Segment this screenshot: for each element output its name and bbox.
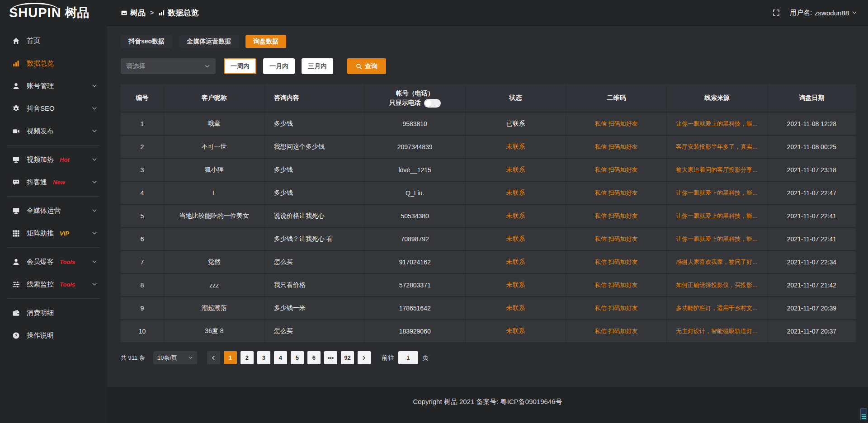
- floating-widget[interactable]: [860, 408, 867, 420]
- range-one-month-button[interactable]: 一月内: [263, 58, 295, 74]
- col-header-date: 询盘日期: [768, 84, 856, 112]
- sidebar-item-label: 矩阵助推: [27, 229, 54, 238]
- next-page-button[interactable]: [358, 351, 371, 364]
- sidebar-item-douketong[interactable]: 抖客通 New: [0, 171, 107, 193]
- prev-page-button[interactable]: [207, 351, 220, 364]
- cell-content: 说说价格让我死心: [265, 205, 365, 227]
- page-jump: 前往 页: [382, 351, 429, 364]
- chevron-down-icon: [92, 83, 97, 89]
- col-header-status: 状态: [466, 84, 566, 112]
- page-unit-label: 页: [422, 354, 429, 362]
- filter-select[interactable]: 请选择: [121, 58, 216, 74]
- page-button-3[interactable]: 3: [257, 351, 270, 364]
- sidebar-item-clue-monitoring[interactable]: 线索监控 Tools: [0, 273, 107, 296]
- cell-source-link[interactable]: 让你一眼就爱上的黑科技，能...: [667, 182, 768, 204]
- cell-source-link[interactable]: 让你一眼就爱上的黑科技，能...: [667, 228, 768, 250]
- cell-no: 4: [121, 182, 164, 204]
- cell-qr-link[interactable]: 私信 扫码加好友: [566, 228, 667, 250]
- range-one-week-button[interactable]: 一周内: [224, 58, 256, 74]
- cell-source-link[interactable]: 无主灯设计，智能磁吸轨道灯...: [667, 320, 768, 342]
- cell-qr-link[interactable]: 私信 扫码加好友: [566, 320, 667, 342]
- breadcrumb-home[interactable]: 树品: [121, 8, 146, 18]
- sidebar-item-douyin-seo[interactable]: 抖音SEO: [0, 97, 107, 120]
- cell-no: 5: [121, 205, 164, 227]
- sidebar-item-matrix-boost[interactable]: 矩阵助推 VIP: [0, 222, 107, 244]
- cell-status: 未联系: [466, 228, 566, 250]
- cell-content: 多少钱: [265, 113, 365, 135]
- cell-source-link[interactable]: 让你一眼就爱上的黑科技，能...: [667, 113, 768, 135]
- page-button-4[interactable]: 4: [274, 351, 287, 364]
- video-camera-icon: [12, 127, 20, 135]
- cell-account: 917024162: [365, 251, 466, 273]
- cell-account: 50534380: [365, 205, 466, 227]
- cell-nickname: 潮起潮落: [164, 297, 265, 319]
- tab-omnimedia-data[interactable]: 全媒体运营数据: [179, 35, 239, 48]
- username-label: 用户名:: [790, 9, 812, 17]
- sidebar-item-data-overview[interactable]: 数据总览: [0, 52, 107, 75]
- phone-only-toggle[interactable]: [424, 99, 441, 108]
- sidebar-item-account-management[interactable]: 账号管理: [0, 75, 107, 97]
- more-pages-button[interactable]: •••: [324, 351, 337, 364]
- tv-icon: [12, 156, 20, 164]
- page-button-92[interactable]: 92: [341, 351, 354, 364]
- sidebar-item-label: 抖客通: [27, 178, 47, 187]
- cell-qr-link[interactable]: 私信 扫码加好友: [566, 251, 667, 273]
- cell-no: 6: [121, 228, 164, 250]
- sidebar-item-member-baoke[interactable]: 会员爆客 Tools: [0, 250, 107, 273]
- cell-qr-link[interactable]: 私信 扫码加好友: [566, 159, 667, 181]
- page-footer: Copyright 树品 2021 备案号: 粤ICP备09019646号: [107, 387, 868, 423]
- sidebar-item-label: 操作说明: [27, 331, 54, 340]
- sidebar-item-home[interactable]: 首页: [0, 29, 107, 52]
- bar-chart-icon: [158, 9, 165, 16]
- query-button[interactable]: 查询: [347, 58, 386, 74]
- brand-logo-cn: 树品: [65, 7, 90, 19]
- col-header-source: 线索来源: [667, 84, 768, 112]
- main-content: 抖音seo数据 全媒体运营数据 询盘数据 请选择 一周内 一月内 三月内 查询: [107, 26, 868, 387]
- cell-qr-link[interactable]: 私信 扫码加好友: [566, 274, 667, 296]
- page-button-2[interactable]: 2: [241, 351, 254, 364]
- table-header-row: 编号 客户昵称 咨询内容 帐号（电话） 只显示电话 状态 二维码 线索来源: [121, 84, 856, 112]
- cell-qr-link[interactable]: 私信 扫码加好友: [566, 297, 667, 319]
- page-button-6[interactable]: 6: [307, 351, 321, 364]
- cell-account: love__1215: [365, 159, 466, 181]
- cell-account: 9583810: [365, 113, 466, 135]
- tab-inquiry-data[interactable]: 询盘数据: [245, 35, 286, 48]
- cell-status: 未联系: [466, 297, 566, 319]
- page-size-select[interactable]: 10条/页: [153, 351, 197, 364]
- cell-source-link[interactable]: 被大家追着问的客厅投影分享...: [667, 159, 768, 181]
- cell-nickname: 当地比较能吃的一位美女: [164, 205, 265, 227]
- sidebar-item-operation-guide[interactable]: 操作说明: [0, 324, 107, 347]
- range-three-months-button[interactable]: 三月内: [302, 58, 333, 74]
- cell-source-link[interactable]: 让你一眼就爱上的黑科技，能...: [667, 205, 768, 227]
- sidebar-divider: [8, 247, 99, 248]
- goto-page-input[interactable]: [398, 351, 418, 364]
- tab-douyin-seo-data[interactable]: 抖音seo数据: [121, 35, 172, 48]
- user-menu[interactable]: 用户名: zswodun88: [790, 9, 857, 17]
- cell-qr-link[interactable]: 私信 扫码加好友: [566, 205, 667, 227]
- page-button-5[interactable]: 5: [291, 351, 304, 364]
- sidebar-item-omnimedia-operation[interactable]: 全媒体运营: [0, 199, 107, 222]
- cell-date: 2021-11-08 12:28: [768, 113, 856, 135]
- date-range-group: 一周内 一月内 三月内: [224, 58, 333, 74]
- cell-content: 多少钱一米: [265, 297, 365, 319]
- cell-source-link[interactable]: 多功能护栏灯，适用于乡村文...: [667, 297, 768, 319]
- sidebar-item-video-heating[interactable]: 视频加热 Hot: [0, 148, 107, 171]
- cell-nickname: 觉然: [164, 251, 265, 273]
- sidebar-item-video-publish[interactable]: 视频发布: [0, 120, 107, 142]
- cell-content: 多少钱: [265, 159, 365, 181]
- sidebar-item-consumption-details[interactable]: 消费明细: [0, 301, 107, 324]
- col-header-account-title: 帐号（电话）: [365, 89, 465, 98]
- cell-date: 2021-11-07 22:41: [768, 205, 856, 227]
- cell-account: 183929060: [365, 320, 466, 342]
- cell-source-link[interactable]: 客厅安装投影半年多了，真实...: [667, 136, 768, 158]
- breadcrumb: 树品 > 数据总览: [121, 8, 198, 18]
- cell-qr-link[interactable]: 私信 扫码加好友: [566, 182, 667, 204]
- cell-date: 2021-11-07 22:34: [768, 251, 856, 273]
- page-button-1[interactable]: 1: [224, 351, 237, 364]
- cell-source-link[interactable]: 如何正确选择投影仪，买投影...: [667, 274, 768, 296]
- breadcrumb-current[interactable]: 数据总览: [158, 8, 198, 18]
- cell-qr-link[interactable]: 私信 扫码加好友: [566, 136, 667, 158]
- cell-qr-link[interactable]: 私信 扫码加好友: [566, 113, 667, 135]
- cell-source-link[interactable]: 感谢大家喜欢我家，被问了好...: [667, 251, 768, 273]
- fullscreen-icon[interactable]: [773, 9, 780, 16]
